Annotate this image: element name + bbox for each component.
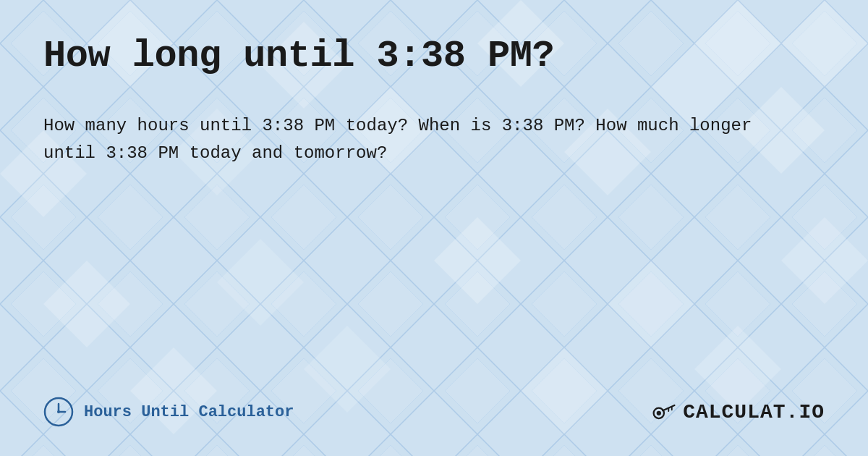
logo: CALCULAT.IO — [651, 399, 825, 425]
svg-point-29 — [57, 410, 60, 413]
page-title: How long until 3:38 PM? — [43, 35, 825, 77]
site-branding: Hours Until Calculator — [43, 397, 294, 427]
site-title: Hours Until Calculator — [84, 403, 294, 421]
svg-point-31 — [657, 411, 661, 415]
clock-icon — [43, 397, 74, 427]
footer: Hours Until Calculator CALCULAT.IO — [43, 382, 825, 427]
page-description: How many hours until 3:38 PM today? When… — [43, 112, 803, 168]
calculator-logo-icon — [651, 399, 677, 425]
logo-text: CALCULAT.IO — [683, 401, 825, 423]
